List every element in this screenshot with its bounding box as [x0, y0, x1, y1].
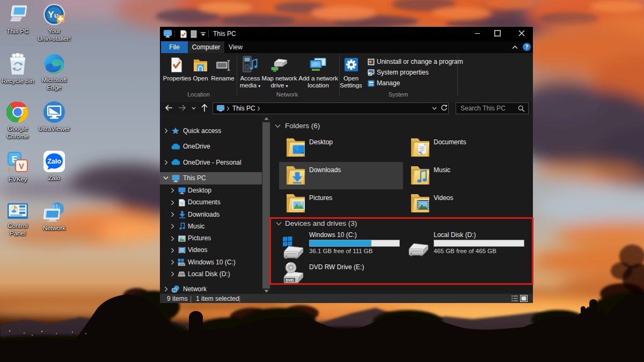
svg-text:V: V [19, 161, 24, 171]
svg-text:Zalo: Zalo [47, 158, 61, 165]
svg-text:Yu: Yu [48, 10, 58, 20]
svg-text:?: ? [525, 43, 528, 50]
